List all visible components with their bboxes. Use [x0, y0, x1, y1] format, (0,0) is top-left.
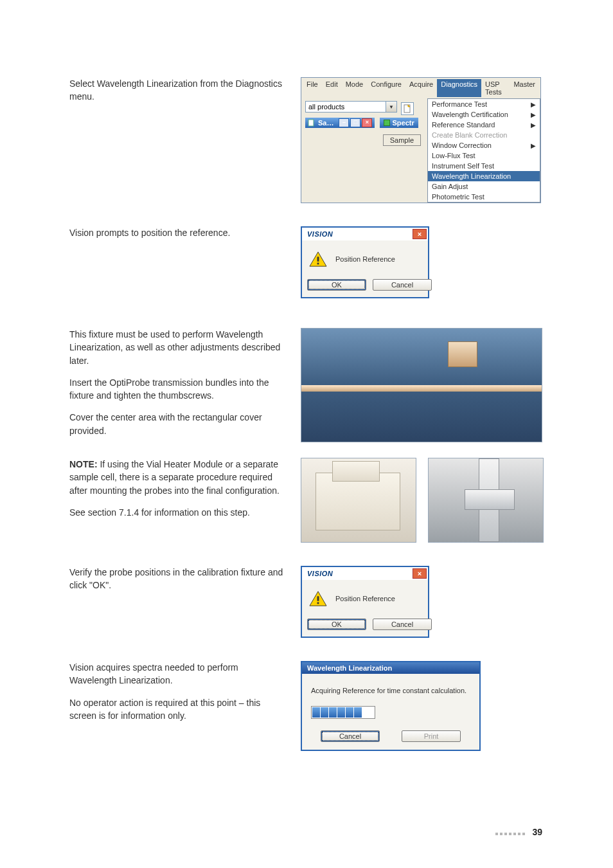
window-close-icon[interactable]: × — [362, 118, 372, 127]
menu-item-create-blank-correction: Create Blank Correction — [428, 130, 540, 140]
submenu-arrow-icon: ▶ — [531, 122, 536, 129]
app-menu-bar: FileEditModeConfigureAcquireDiagnosticsU… — [301, 78, 540, 98]
body-paragraph: NOTE: If using the Vial Heater Module or… — [69, 458, 288, 497]
menu-item-label: Window Correction — [432, 141, 492, 149]
menu-item-label: Low-Flux Test — [432, 152, 475, 159]
menu-item-gain-adjust[interactable]: Gain Adjust — [428, 181, 540, 192]
close-icon[interactable]: × — [413, 568, 427, 579]
body-paragraph: Select Wavelength Linearization from the… — [69, 77, 288, 104]
menu-item-instrument-self-test[interactable]: Instrument Self Test — [428, 161, 540, 171]
menu-item-wavelength-linearization[interactable]: Wavelength Linearization — [428, 171, 540, 181]
doc-icon — [308, 119, 315, 127]
dialog-message: Position Reference — [335, 255, 395, 263]
print-button: Print — [402, 730, 461, 742]
svg-rect-1 — [308, 120, 314, 126]
dialog-title: VISION — [302, 567, 338, 580]
menu-item-label: Photometric Test — [432, 193, 484, 201]
note-text: If using the Vial Heater Module or a sep… — [69, 459, 280, 496]
submenu-arrow-icon: ▶ — [531, 142, 536, 149]
window-minimize-icon[interactable]: – — [339, 118, 349, 127]
chevron-down-icon[interactable]: ▼ — [386, 101, 397, 113]
menu-item-label: Wavelength Linearization — [432, 172, 511, 180]
warning-icon — [308, 590, 328, 607]
menu-configure[interactable]: Configure — [367, 79, 405, 97]
body-paragraph: Cover the center area with the rectangul… — [69, 411, 288, 437]
progress-bar — [311, 706, 375, 719]
diagnostics-dropdown-menu: Performance Test▶Wavelength Certificatio… — [427, 98, 540, 203]
menu-item-label: Create Blank Correction — [432, 131, 507, 139]
cancel-button[interactable]: Cancel — [373, 619, 432, 630]
menu-diagnostics[interactable]: Diagnostics — [437, 79, 481, 97]
dialog-title: VISION — [302, 228, 338, 240]
body-paragraph: Insert the OptiProbe transmission bundle… — [69, 376, 288, 402]
svg-rect-2 — [317, 257, 319, 261]
spectra-tab-label: Spectr — [392, 119, 414, 127]
window-maximize-icon[interactable]: □ — [350, 118, 360, 127]
sample-button[interactable]: Sample — [383, 134, 421, 146]
wavelength-linearization-dialog: Wavelength Linearization Acquiring Refer… — [301, 661, 481, 751]
svg-rect-3 — [317, 263, 319, 265]
ok-button[interactable]: OK — [307, 619, 366, 630]
cancel-button[interactable]: Cancel — [321, 730, 380, 742]
photo-heater-module — [301, 458, 416, 543]
products-combo[interactable]: ▼ — [305, 101, 397, 113]
screenshot-diagnostics-menu: FileEditModeConfigureAcquireDiagnosticsU… — [301, 77, 541, 203]
menu-item-low-flux-test[interactable]: Low-Flux Test — [428, 150, 540, 161]
menu-mode[interactable]: Mode — [342, 79, 368, 97]
submenu-arrow-icon: ▶ — [531, 111, 536, 118]
menu-item-label: Gain Adjust — [432, 183, 468, 190]
menu-item-performance-test[interactable]: Performance Test▶ — [428, 99, 540, 109]
menu-item-label: Reference Standard — [432, 121, 495, 129]
vision-dialog: VISION × Position Reference OK Cancel — [301, 226, 429, 298]
menu-item-photometric-test[interactable]: Photometric Test — [428, 192, 540, 202]
menu-item-window-correction[interactable]: Window Correction▶ — [428, 140, 540, 150]
svg-rect-5 — [317, 602, 319, 604]
menu-item-reference-standard[interactable]: Reference Standard▶ — [428, 120, 540, 130]
body-paragraph: No operator action is required at this p… — [69, 696, 288, 723]
new-file-icon[interactable] — [401, 102, 414, 115]
menu-master[interactable]: Master — [510, 79, 539, 97]
menu-usp-tests[interactable]: USP Tests — [481, 79, 510, 97]
menu-item-label: Wavelength Certification — [432, 111, 508, 118]
body-paragraph: Vision acquires spectra needed to perfor… — [69, 661, 288, 687]
submenu-arrow-icon: ▶ — [531, 101, 536, 108]
svg-rect-4 — [317, 596, 319, 601]
dialog-message: Acquiring Reference for time constant ca… — [311, 687, 470, 694]
chart-icon — [384, 120, 390, 126]
menu-edit[interactable]: Edit — [322, 79, 342, 97]
photo-sample-cell — [428, 458, 544, 543]
dialog-title: Wavelength Linearization — [302, 662, 479, 674]
child-window-label: Sa… — [318, 119, 333, 127]
spectra-tab[interactable]: Spectr — [380, 118, 418, 128]
page-number: 39 — [532, 827, 542, 837]
body-paragraph: Vision prompts to position the reference… — [69, 226, 288, 239]
products-combo-input[interactable] — [305, 101, 386, 113]
ok-button[interactable]: OK — [307, 279, 366, 291]
body-paragraph: Verify the probe positions in the calibr… — [69, 566, 288, 592]
body-paragraph: See section 7.1.4 for information on thi… — [69, 506, 288, 519]
note-label: NOTE: — [69, 459, 98, 469]
child-window-title: Sa… – □ × — [305, 118, 375, 128]
dialog-message: Position Reference — [335, 595, 395, 602]
vision-dialog: VISION × Position Reference OK Cancel — [301, 566, 429, 638]
photo-fixture — [301, 328, 542, 442]
body-paragraph: This fixture must be used to perform Wav… — [69, 328, 288, 367]
menu-item-label: Instrument Self Test — [432, 162, 494, 170]
warning-icon — [308, 251, 328, 267]
page-footer: 39 — [495, 827, 542, 837]
cancel-button[interactable]: Cancel — [373, 279, 432, 291]
footer-dots-icon — [495, 827, 527, 837]
close-icon[interactable]: × — [413, 229, 427, 239]
menu-acquire[interactable]: Acquire — [405, 79, 437, 97]
menu-file[interactable]: File — [303, 79, 322, 97]
menu-item-wavelength-certification[interactable]: Wavelength Certification▶ — [428, 109, 540, 120]
menu-item-label: Performance Test — [432, 100, 487, 108]
